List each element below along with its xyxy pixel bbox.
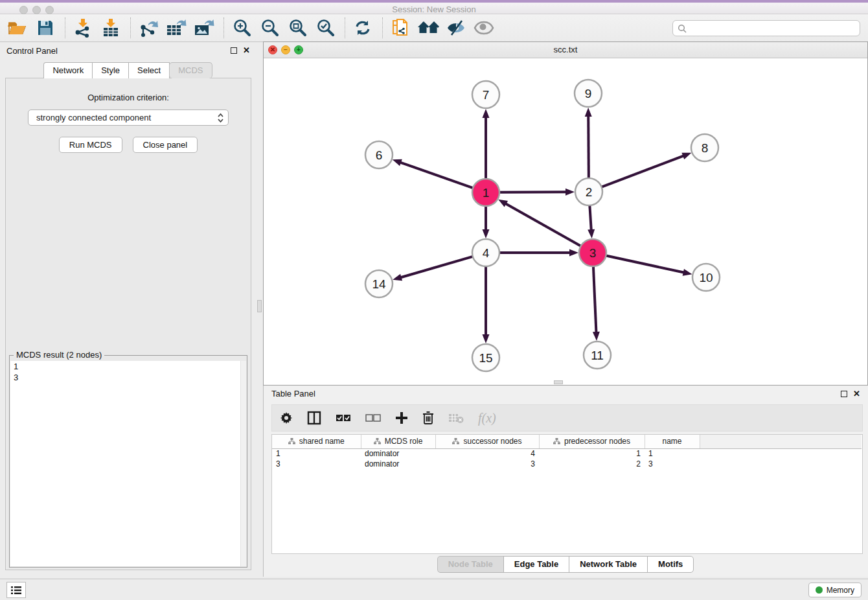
edge-4-14[interactable]	[400, 257, 473, 278]
graph-node-2[interactable]: 2	[575, 178, 602, 205]
edge-1-6[interactable]	[400, 162, 473, 188]
cell-shared-name[interactable]: 3	[272, 459, 361, 469]
save-session-button[interactable]	[34, 17, 56, 39]
graph-node-15[interactable]: 15	[472, 344, 499, 371]
arrowhead	[483, 229, 490, 238]
cell-predecessor-nodes[interactable]: 2	[539, 459, 645, 469]
cell-filler	[700, 459, 862, 469]
cell-successor-nodes[interactable]: 3	[435, 459, 539, 469]
delete-table-button[interactable]	[448, 412, 464, 424]
table-row[interactable]: 1dominator411	[272, 448, 862, 459]
network-title: scc.txt	[264, 45, 867, 54]
hide-selected-button[interactable]	[445, 17, 467, 39]
cell-name[interactable]: 3	[645, 459, 700, 469]
task-history-button[interactable]	[6, 582, 26, 598]
toolbar-separator	[130, 17, 131, 38]
graph-node-9[interactable]: 9	[575, 80, 602, 107]
close-panel-button[interactable]: Close panel	[133, 137, 198, 153]
mcds-result-list[interactable]: 13	[10, 361, 246, 566]
cell-shared-name[interactable]: 1	[272, 448, 361, 459]
column-header-shared-name[interactable]: shared name	[272, 435, 361, 448]
copy-network-button[interactable]	[389, 17, 411, 39]
graph-node-6[interactable]: 6	[365, 141, 393, 168]
tab-network[interactable]: Network	[43, 62, 93, 78]
cell-MCDS-role[interactable]: dominator	[361, 459, 435, 469]
float-table-panel-icon[interactable]	[841, 391, 847, 397]
tab-motifs[interactable]: Motifs	[647, 556, 694, 573]
run-mcds-button[interactable]: Run MCDS	[59, 137, 122, 153]
vertical-splitter-grip[interactable]	[257, 300, 262, 312]
cell-MCDS-role[interactable]: dominator	[361, 448, 435, 459]
zoom-in-button[interactable]	[231, 17, 253, 39]
home-button[interactable]	[417, 17, 439, 39]
search-input[interactable]	[690, 23, 860, 33]
unselect-all-columns-button[interactable]	[365, 414, 381, 422]
tab-node-table[interactable]: Node Table	[437, 556, 504, 573]
result-line: 1	[10, 361, 246, 372]
node-label: 3	[589, 246, 597, 260]
column-header-name[interactable]: name	[645, 435, 700, 448]
column-layout-button[interactable]	[307, 411, 321, 425]
edge-3-1[interactable]	[505, 203, 581, 246]
column-header-MCDS-role[interactable]: MCDS role	[361, 435, 435, 448]
import-network-button[interactable]	[72, 17, 94, 39]
network-canvas[interactable]: 7968124314101511	[264, 58, 867, 385]
refresh-button[interactable]	[352, 17, 374, 39]
delete-column-button[interactable]	[422, 411, 434, 425]
zoom-selected-button[interactable]	[314, 17, 336, 39]
float-panel-icon[interactable]	[231, 47, 237, 54]
search-field[interactable]	[672, 20, 860, 36]
table-row[interactable]: 3dominator323	[272, 459, 862, 469]
zoom-fit-button[interactable]	[286, 17, 308, 39]
result-line: 3	[10, 372, 246, 383]
graph-node-10[interactable]: 10	[692, 264, 720, 291]
edge-2-3[interactable]	[589, 205, 591, 231]
graph-node-11[interactable]: 11	[584, 341, 611, 369]
graph-node-1[interactable]: 1	[472, 179, 499, 206]
select-all-columns-button[interactable]	[336, 414, 351, 422]
edge-3-11[interactable]	[593, 266, 597, 333]
tab-edge-table[interactable]: Edge Table	[503, 556, 569, 573]
graph-node-8[interactable]: 8	[691, 134, 718, 161]
control-panel-title: Control Panel	[6, 46, 231, 56]
export-image-button[interactable]	[193, 17, 215, 39]
close-table-panel-icon[interactable]: ✕	[853, 391, 860, 397]
selected-option: strongly connected component	[36, 113, 217, 122]
memory-button[interactable]: Memory	[808, 583, 862, 597]
graph-node-3[interactable]: 3	[579, 239, 606, 266]
column-header-successor-nodes[interactable]: successor nodes	[435, 435, 539, 448]
open-session-button[interactable]	[6, 17, 29, 39]
cell-successor-nodes[interactable]: 4	[435, 448, 539, 459]
network-graph[interactable]: 7968124314101511	[264, 58, 867, 385]
edge-1-2[interactable]	[499, 192, 567, 192]
add-column-button[interactable]	[395, 411, 408, 424]
zoom-out-button[interactable]	[258, 17, 280, 39]
edge-2-9[interactable]	[588, 115, 589, 178]
network-window-titlebar[interactable]: ✕ − + scc.txt	[264, 42, 867, 58]
edge-3-10[interactable]	[606, 255, 685, 272]
edge-2-8[interactable]	[602, 156, 685, 187]
mcds-tab-content: Optimization criterion: strongly connect…	[5, 78, 251, 570]
graph-node-14[interactable]: 14	[365, 270, 393, 297]
graph-node-4[interactable]: 4	[472, 239, 499, 266]
tab-mcds[interactable]: MCDS	[169, 62, 212, 78]
table-settings-button[interactable]	[280, 411, 293, 424]
optimization-criterion-select[interactable]: strongly connected component	[28, 110, 229, 126]
function-builder-button[interactable]: f(x)	[478, 411, 496, 426]
tab-style[interactable]: Style	[92, 62, 129, 78]
import-table-button[interactable]	[100, 17, 122, 39]
export-table-button[interactable]	[165, 17, 187, 39]
control-panel: Control Panel ✕ NetworkStyleSelectMCDS O…	[0, 42, 257, 571]
tab-network-table[interactable]: Network Table	[569, 556, 648, 573]
graph-node-7[interactable]: 7	[472, 81, 499, 108]
column-header-predecessor-nodes[interactable]: predecessor nodes	[539, 435, 645, 448]
cell-name[interactable]: 1	[645, 448, 700, 459]
show-all-button[interactable]	[473, 17, 495, 39]
result-scrollbar[interactable]	[240, 361, 246, 566]
close-panel-icon[interactable]: ✕	[243, 47, 250, 54]
hierarchy-icon	[374, 438, 381, 444]
tab-select[interactable]: Select	[128, 62, 170, 78]
horizontal-splitter-grip[interactable]	[554, 380, 563, 384]
export-network-button[interactable]	[137, 17, 159, 39]
cell-predecessor-nodes[interactable]: 1	[539, 448, 645, 459]
